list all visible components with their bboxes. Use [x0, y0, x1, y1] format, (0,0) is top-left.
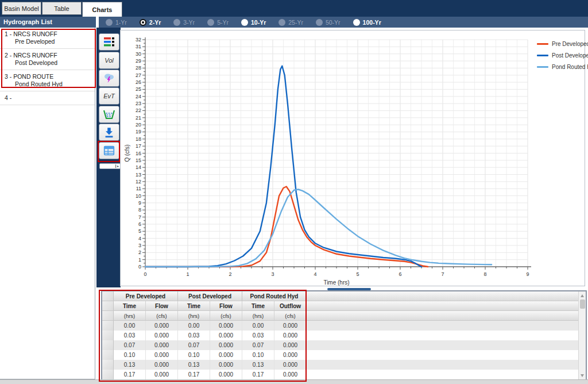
- row-header-cell[interactable]: [102, 331, 114, 340]
- radio-3-yr: 3-Yr: [173, 19, 195, 26]
- table-cell[interactable]: 0.13: [178, 360, 210, 370]
- table-row: 0.100.0000.100.0000.100.000: [102, 350, 586, 360]
- table-cell[interactable]: 0.10: [114, 350, 146, 360]
- table-cell[interactable]: 0.000: [146, 340, 178, 350]
- legend-line-swatch: [537, 55, 548, 56]
- table-cell[interactable]: 0.07: [178, 340, 210, 350]
- tab-charts[interactable]: Charts: [82, 2, 122, 17]
- legend-label: Pond Routed Hyd: [552, 64, 588, 70]
- table-cell[interactable]: 0.10: [242, 350, 274, 360]
- table-cell[interactable]: 0.03: [114, 331, 146, 340]
- tab-basin-model[interactable]: Basin Model: [2, 2, 41, 15]
- table-cell[interactable]: 0.000: [210, 321, 242, 331]
- table-cell[interactable]: 0.17: [178, 370, 210, 379]
- radio-5-yr: 5-Yr: [207, 19, 229, 26]
- svg-text:3: 3: [271, 271, 274, 277]
- table-cell[interactable]: 0.000: [210, 331, 242, 340]
- row-header-cell[interactable]: [102, 321, 114, 331]
- toolstrip-scroll-stub[interactable]: [99, 163, 121, 169]
- radio-10-yr[interactable]: 10-Yr: [241, 19, 266, 26]
- table-cell[interactable]: 0.00: [242, 321, 274, 331]
- table-cell[interactable]: 0.07: [114, 340, 146, 350]
- table-cell[interactable]: 0.000: [274, 321, 307, 331]
- group-header: Pre Developed: [114, 291, 178, 301]
- unit-label: (hrs): [178, 311, 210, 320]
- row-header-cell[interactable]: [102, 360, 114, 370]
- table-cell[interactable]: 0.000: [210, 360, 242, 370]
- hydrograph-list-item-2[interactable]: 2 - NRCS RUNOFFPost Developed: [0, 49, 95, 70]
- svg-text:10: 10: [136, 193, 141, 199]
- table-cell[interactable]: 0.13: [114, 360, 146, 370]
- table-row: 0.070.0000.070.0000.070.000: [102, 340, 586, 350]
- svg-text:13: 13: [136, 172, 141, 178]
- column-header: Time: [114, 301, 146, 310]
- scroll-up-icon[interactable]: [581, 294, 584, 297]
- svg-text:32: 32: [136, 37, 141, 43]
- pond-icon[interactable]: [99, 106, 119, 123]
- row-header-cell[interactable]: [102, 350, 114, 360]
- table-cell[interactable]: 0.000: [210, 350, 242, 360]
- table-cell[interactable]: 0.000: [146, 331, 178, 340]
- radio-label: 1-Yr: [115, 19, 127, 26]
- svg-text:12: 12: [136, 179, 141, 185]
- export-download-icon: [103, 126, 115, 139]
- table-units-row: (hrs)(cfs)(hrs)(cfs)(hrs)(cfs): [102, 311, 586, 321]
- volume-button[interactable]: Vol: [99, 52, 119, 69]
- table-cell[interactable]: 0.17: [114, 370, 146, 379]
- table-cell[interactable]: 0.000: [146, 321, 178, 331]
- radio-button-icon[interactable]: [241, 19, 248, 26]
- svg-text:0: 0: [138, 264, 141, 270]
- table-cell[interactable]: 0.13: [242, 360, 274, 370]
- table-cell[interactable]: 0.17: [242, 370, 274, 379]
- table-cell[interactable]: 0.000: [146, 360, 178, 370]
- table-cell[interactable]: 0.03: [242, 331, 274, 340]
- svg-text:21: 21: [136, 115, 141, 121]
- table-cell[interactable]: 0.000: [210, 370, 242, 379]
- table-cell[interactable]: 0.03: [178, 331, 210, 340]
- svg-text:28: 28: [136, 65, 141, 71]
- row-header-cell[interactable]: [102, 340, 114, 350]
- table-cell[interactable]: 0.07: [242, 340, 274, 350]
- row-header-cell[interactable]: [102, 370, 114, 379]
- table-cell[interactable]: 0.000: [274, 331, 307, 340]
- table-cell[interactable]: 0.00: [178, 321, 210, 331]
- svg-text:Time (hrs): Time (hrs): [323, 279, 349, 286]
- svg-text:31: 31: [136, 44, 141, 49]
- table-row: 0.000.0000.000.0000.000.000: [102, 321, 586, 331]
- radio-100-yr[interactable]: 100-Yr: [353, 19, 381, 26]
- tab-table[interactable]: Table: [42, 2, 82, 15]
- evapotranspiration-button[interactable]: EvT: [99, 87, 119, 105]
- table-vertical-scrollbar[interactable]: [578, 291, 586, 380]
- table-cell[interactable]: 0.000: [210, 340, 242, 350]
- row-header-cell: [102, 291, 114, 301]
- svg-text:4: 4: [314, 271, 316, 277]
- table-cell[interactable]: 0.000: [274, 370, 307, 379]
- table-cell[interactable]: 0.000: [274, 350, 307, 360]
- svg-text:19: 19: [136, 129, 141, 135]
- hydrograph-list-item-1[interactable]: 1 - NRCS RUNOFFPre Developed: [0, 28, 95, 49]
- table-cell[interactable]: 0.000: [146, 350, 178, 360]
- export-download-icon[interactable]: [99, 124, 119, 141]
- table-icon[interactable]: [99, 142, 119, 159]
- hydrograph-list-item-3[interactable]: 3 - POND ROUTEPond Routed Hyd: [0, 70, 95, 91]
- radio-button-icon[interactable]: [353, 19, 360, 26]
- hydrograph-item-title: 1 - NRCS RUNOFF: [5, 30, 92, 38]
- scroll-down-icon[interactable]: [581, 374, 584, 377]
- table-cell[interactable]: 0.000: [274, 360, 307, 370]
- radio-label: 50-Yr: [326, 19, 341, 26]
- svg-text:27: 27: [136, 72, 141, 78]
- radio-button-icon[interactable]: [140, 19, 146, 26]
- scrollbar-thumb[interactable]: [580, 299, 585, 309]
- radio-25-yr: 25-Yr: [278, 19, 303, 26]
- radio-2-yr[interactable]: 2-Yr: [140, 19, 161, 26]
- column-header: Flow: [210, 301, 242, 310]
- storm-icon[interactable]: [99, 70, 119, 87]
- table-cell[interactable]: 0.10: [178, 350, 210, 360]
- table-cell[interactable]: 0.000: [274, 340, 307, 350]
- hydrograph-legend-icon[interactable]: [99, 33, 119, 51]
- svg-text:29: 29: [136, 58, 141, 64]
- hydrograph-list-item-4[interactable]: 4 -: [0, 91, 95, 105]
- svg-text:18: 18: [136, 136, 141, 142]
- table-cell[interactable]: 0.00: [114, 321, 146, 331]
- table-cell[interactable]: 0.000: [146, 370, 178, 379]
